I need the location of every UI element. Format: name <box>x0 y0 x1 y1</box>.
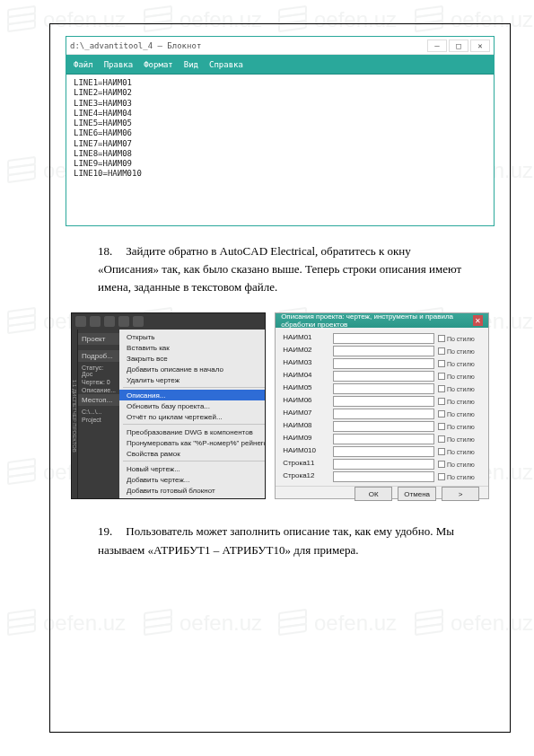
screenshot-autocad-menu: 1:1 ДИСПЕТЧЕР ПРОЕКТОВ ПроектПодроб...Ст… <box>71 312 266 499</box>
dialog-row-input[interactable] <box>333 346 434 356</box>
context-menu-item[interactable]: Новый чертеж... <box>119 463 266 474</box>
dialog-row-label: НАИМ05 <box>283 383 329 394</box>
screenshot-row-2: 1:1 ДИСПЕТЧЕР ПРОЕКТОВ ПроектПодроб...Ст… <box>71 312 489 499</box>
dialog-row-checkbox[interactable]: По стилю <box>438 396 481 407</box>
cad-app-icon <box>75 316 86 327</box>
cad-vertical-tab[interactable]: 1:1 ДИСПЕТЧЕР ПРОЕКТОВ <box>72 330 78 498</box>
dialog-row-input[interactable] <box>333 333 434 344</box>
dialog-row-label: НАИМ04 <box>283 371 329 382</box>
dialog-row-label: НАИМ010 <box>283 446 329 457</box>
cancel-button[interactable]: Отмена <box>398 487 436 501</box>
dialog-titlebar: Описания проекта: чертеж, инструменты и … <box>276 313 488 328</box>
cad-sidebar: ПроектПодроб...Статус: ДосЧертеж: 0Описа… <box>78 330 119 498</box>
sidebar-group-header[interactable]: Подроб... <box>78 350 119 362</box>
dialog-row-checkbox[interactable]: По стилю <box>438 421 481 432</box>
dialog-row-checkbox[interactable]: По стилю <box>438 409 481 419</box>
paragraph-18: 18. Зайдите обратно в AutoCAD Electrical… <box>98 242 469 296</box>
sidebar-item: Чертеж: 0 <box>78 378 119 386</box>
paragraph-19: 19. Пользователь может заполнить описани… <box>98 523 469 558</box>
sidebar-item: Статус: Дос <box>78 364 119 378</box>
dialog-row-checkbox[interactable]: По стилю <box>438 358 481 369</box>
sidebar-item: Описание... <box>78 386 119 394</box>
maximize-button[interactable]: □ <box>449 40 468 52</box>
dialog-row-label: НАИМ08 <box>283 421 329 432</box>
notepad-body[interactable]: LINE1=НАИМ01 LINE2=НАИМ02 LINE3=НАИМ03 L… <box>66 75 494 183</box>
context-menu-item[interactable]: Свойства рамок <box>119 448 266 459</box>
dialog-row-checkbox[interactable]: По стилю <box>438 459 481 470</box>
dialog-row-input[interactable] <box>333 409 434 419</box>
dialog-row-input[interactable] <box>333 421 434 432</box>
para-number: 18. <box>98 242 123 260</box>
dialog-close-button[interactable]: ✕ <box>473 315 483 326</box>
dialog-row-label: НАИМ02 <box>283 346 329 356</box>
dialog-footer: ОК Отмена > <box>276 486 488 501</box>
dialog-row-input[interactable] <box>333 471 434 482</box>
context-menu-item[interactable]: Отчёт по циклам чертежей... <box>119 411 266 422</box>
cad-tool-icon[interactable] <box>104 316 115 327</box>
context-menu-item[interactable]: Пронумеровать как "%P-номер%" рейнего <box>119 437 266 448</box>
menu-file[interactable]: Файл <box>74 60 93 69</box>
context-menu-item[interactable]: Добавить описание в начало <box>119 364 266 374</box>
dialog-row-label: НАИМ03 <box>283 358 329 369</box>
cad-context-menu: ОткрытьВставить какЗакрыть всеДобавить о… <box>119 330 266 498</box>
minimize-button[interactable]: — <box>427 40 447 52</box>
dialog-row-input[interactable] <box>333 371 434 382</box>
dialog-row-label: НАИМ07 <box>283 409 329 419</box>
notepad-titlebar: d:\_advantitool_4 — Блокнот — □ ✕ <box>66 37 494 55</box>
menu-help[interactable]: Справка <box>209 60 243 69</box>
more-button[interactable]: > <box>442 487 479 501</box>
dialog-row-checkbox[interactable]: По стилю <box>438 471 481 482</box>
dialog-row-checkbox[interactable]: По стилю <box>438 446 481 457</box>
menu-separator <box>123 387 266 388</box>
menu-format[interactable]: Формат <box>144 60 173 69</box>
dialog-row-input[interactable] <box>333 446 434 457</box>
context-menu-item[interactable]: Добавить чертеж... <box>119 474 266 485</box>
dialog-row-input[interactable] <box>333 383 434 394</box>
dialog-row-checkbox[interactable]: По стилю <box>438 346 481 356</box>
cad-tool-icon[interactable] <box>133 316 144 327</box>
menu-separator <box>123 461 266 462</box>
menu-separator <box>123 424 266 425</box>
context-menu-item[interactable]: Удалить чертеж <box>119 374 266 385</box>
context-menu-item[interactable]: Преобразование DWG в компонентов <box>119 426 266 437</box>
dialog-row-input[interactable] <box>333 358 434 369</box>
dialog-row-label: НАИМ06 <box>283 396 329 407</box>
context-menu-item[interactable]: Обновить базу проекта... <box>119 400 266 411</box>
context-menu-item[interactable]: Удалить чертеж <box>119 496 266 499</box>
context-menu-item[interactable]: Добавить готовый блокнот <box>119 485 266 496</box>
ok-button[interactable]: ОК <box>355 487 392 501</box>
context-menu-item[interactable]: Вставить как <box>119 342 266 353</box>
context-menu-item[interactable]: Открыть <box>119 331 266 342</box>
sidebar-item: Project <box>78 416 119 424</box>
dialog-row-input[interactable] <box>333 459 434 470</box>
menu-edit[interactable]: Правка <box>104 60 134 69</box>
context-menu-item[interactable]: Закрыть все <box>119 353 266 364</box>
dialog-row-input[interactable] <box>333 434 434 444</box>
para-text: Зайдите обратно в AutoCAD Electrical, об… <box>98 244 461 294</box>
sidebar-item: C:\...\... <box>78 408 119 416</box>
menu-view[interactable]: Вид <box>184 60 198 69</box>
para-text: Пользователь может заполнить описание та… <box>98 524 454 556</box>
dialog-row-checkbox[interactable]: По стилю <box>438 434 481 444</box>
dialog-row-label: Строка12 <box>283 471 329 482</box>
dialog-row-label: НАИМ01 <box>283 333 329 344</box>
dialog-body: НАИМ01По стилюНАИМ02По стилюНАИМ03По сти… <box>276 328 488 486</box>
sidebar-group-header[interactable]: Проект <box>78 333 119 345</box>
sidebar-group-header[interactable]: Местоп... <box>78 394 119 406</box>
dialog-row-checkbox[interactable]: По стилю <box>438 333 481 344</box>
dialog-row-checkbox[interactable]: По стилю <box>438 383 481 394</box>
close-button[interactable]: ✕ <box>470 40 490 52</box>
dialog-title: Описания проекта: чертеж, инструменты и … <box>281 312 473 329</box>
screenshot-notepad: d:\_advantitool_4 — Блокнот — □ ✕ Файл П… <box>66 36 495 226</box>
dialog-row-checkbox[interactable]: По стилю <box>438 371 481 382</box>
dialog-row-label: Строка11 <box>283 459 329 470</box>
cad-tool-icon[interactable] <box>90 316 101 327</box>
notepad-menubar: Файл Правка Формат Вид Справка <box>66 55 494 75</box>
dialog-row-input[interactable] <box>333 396 434 407</box>
cad-toolbar <box>72 313 265 330</box>
cad-tool-icon[interactable] <box>118 316 129 327</box>
para-number: 19. <box>98 523 123 541</box>
notepad-title: d:\_advantitool_4 — Блокнот <box>70 41 201 50</box>
screenshot-dialog: Описания проекта: чертеж, инструменты и … <box>275 312 489 499</box>
context-menu-item[interactable]: Описания... <box>119 390 266 400</box>
